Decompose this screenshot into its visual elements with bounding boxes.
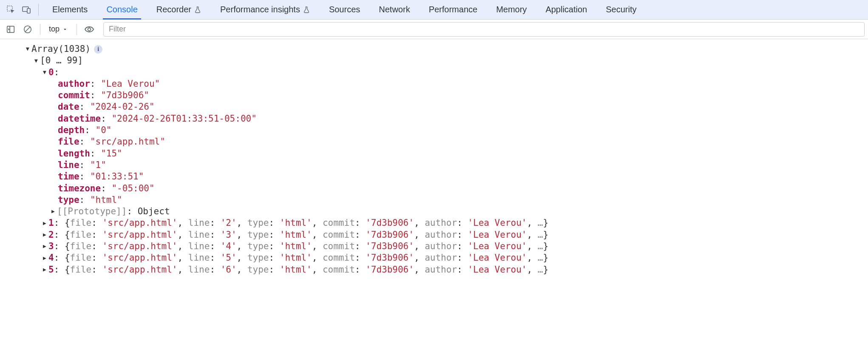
expand-caret-icon[interactable] (41, 231, 48, 239)
array-index-row[interactable]: 1: {file: 'src/app.html', line: '2', typ… (4, 217, 868, 229)
flask-icon (303, 6, 310, 14)
clear-console-icon[interactable] (20, 22, 35, 37)
console-output: Array(1038) i [0 … 99] 0: author: "Lea V… (0, 39, 868, 276)
expand-caret-icon[interactable] (41, 69, 48, 76)
array-range[interactable]: [0 … 99] (4, 55, 868, 66)
divider (38, 4, 39, 16)
tab-recorder[interactable]: Recorder (147, 0, 211, 20)
expand-caret-icon[interactable] (41, 220, 48, 227)
expand-caret-icon[interactable] (49, 208, 57, 215)
tab-application[interactable]: Application (536, 0, 596, 20)
execution-context-select[interactable]: top (45, 23, 71, 35)
expand-caret-icon[interactable] (41, 243, 48, 250)
array-root[interactable]: Array(1038) i (4, 43, 868, 55)
tab-memory[interactable]: Memory (487, 0, 536, 20)
divider (77, 24, 77, 35)
expand-caret-icon[interactable] (24, 46, 31, 53)
prop-time[interactable]: time: "01:33:51" (4, 171, 868, 182)
svg-point-7 (88, 28, 91, 31)
expand-caret-icon[interactable] (41, 255, 48, 262)
tab-security[interactable]: Security (596, 0, 646, 20)
prop-date[interactable]: date: "2024-02-26" (4, 101, 868, 113)
tab-elements[interactable]: Elements (43, 0, 97, 20)
prop-commit[interactable]: commit: "7d3b906" (4, 90, 868, 101)
prototype-row[interactable]: [[Prototype]]: Object (4, 206, 868, 217)
array-index-row[interactable]: 4: {file: 'src/app.html', line: '5', typ… (4, 252, 868, 264)
tab-performance[interactable]: Performance (420, 0, 487, 20)
flask-icon (194, 6, 201, 14)
array-index-row[interactable]: 2: {file: 'src/app.html', line: '3', typ… (4, 229, 868, 241)
array-index-0[interactable]: 0: (4, 67, 868, 78)
expand-caret-icon[interactable] (32, 57, 40, 65)
tab-network[interactable]: Network (369, 0, 419, 20)
console-toolbar: top (0, 20, 868, 39)
inspect-icon[interactable] (3, 2, 19, 17)
prop-line[interactable]: line: "1" (4, 159, 868, 171)
expand-caret-icon[interactable] (41, 266, 48, 273)
prop-length[interactable]: length: "15" (4, 148, 868, 159)
prop-author[interactable]: author: "Lea Verou" (4, 78, 868, 90)
tab-console[interactable]: Console (97, 0, 147, 20)
prop-file[interactable]: file: "src/app.html" (4, 136, 868, 148)
devtools-tab-bar: Elements Console Recorder Performance in… (0, 0, 868, 20)
array-index-row[interactable]: 5: {file: 'src/app.html', line: '6', typ… (4, 264, 868, 276)
svg-line-6 (26, 27, 30, 31)
prop-datetime[interactable]: datetime: "2024-02-26T01:33:51-05:00" (4, 113, 868, 125)
live-expression-icon[interactable] (82, 22, 96, 37)
tab-sources[interactable]: Sources (320, 0, 369, 20)
prop-depth[interactable]: depth: "0" (4, 125, 868, 136)
svg-rect-3 (7, 26, 14, 32)
divider (40, 24, 40, 35)
prop-type[interactable]: type: "html" (4, 194, 868, 206)
device-toggle-icon[interactable] (19, 2, 34, 17)
filter-input[interactable] (103, 22, 865, 37)
array-index-row[interactable]: 3: {file: 'src/app.html', line: '4', typ… (4, 241, 868, 252)
prop-timezone[interactable]: timezone: "-05:00" (4, 183, 868, 194)
svg-rect-2 (27, 9, 30, 13)
tab-performance-insights[interactable]: Performance insights (211, 0, 320, 20)
info-icon[interactable]: i (94, 45, 102, 54)
chevron-down-icon (62, 26, 68, 32)
sidebar-toggle-icon[interactable] (3, 22, 18, 37)
